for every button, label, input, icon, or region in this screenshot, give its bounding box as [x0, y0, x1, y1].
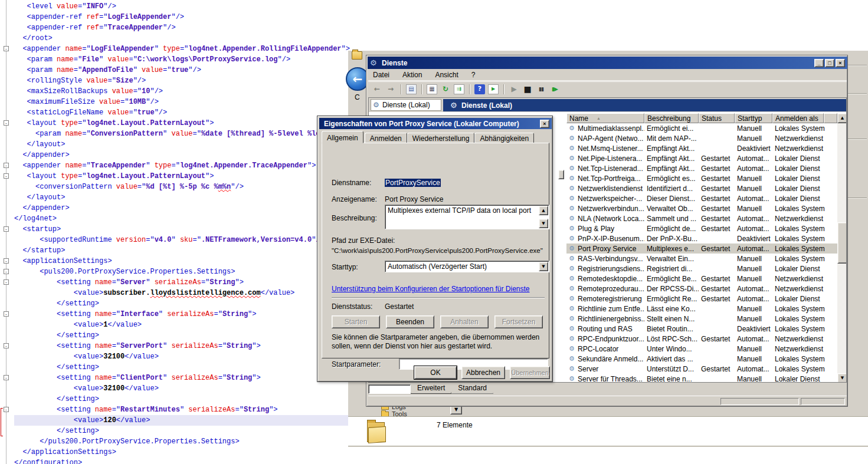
service-row[interactable]: ⚙Net.Pipe-Listenera...Empfängt Akt...Ges…: [566, 153, 837, 163]
scroll-down-icon[interactable]: ▼: [539, 219, 548, 228]
export-list-icon[interactable]: ⇉: [454, 84, 464, 94]
properties-icon[interactable]: ▦: [427, 84, 437, 94]
chevron-down-icon[interactable]: ▼: [539, 262, 548, 271]
service-row[interactable]: ⚙Remoteprozedurau...Der RPCSS-Di...Gesta…: [566, 284, 837, 294]
restart-service-icon[interactable]: ▮▶: [549, 84, 560, 94]
service-row[interactable]: ⚙Remotedesktopdie...Ermöglicht Be...Gest…: [566, 274, 837, 284]
menu-ansicht[interactable]: Ansicht: [435, 71, 458, 79]
tree-item-dienste-lokal[interactable]: ⚙ Dienste (Lokal): [371, 99, 441, 111]
column-header-starttyp[interactable]: Starttyp: [735, 113, 772, 123]
show-extended-view-icon[interactable]: ▶: [488, 84, 499, 94]
service-row[interactable]: ⚙Plug & PlayErmöglicht de...GestartetAut…: [566, 223, 837, 233]
close-icon[interactable]: ×: [540, 120, 549, 128]
hidden-panel-scroll[interactable]: [558, 170, 564, 179]
code-line[interactable]: <appender-ref ref="TraceAppender"/>: [14, 22, 431, 33]
service-gear-icon: ⚙: [569, 155, 576, 162]
dialog-tab-abhängigkeiten[interactable]: Abhängigkeiten: [474, 133, 534, 143]
startoptions-help-link[interactable]: Unterstützung beim Konfigurieren der Sta…: [332, 285, 530, 293]
service-row[interactable]: ⚙RAS-Verbindungsv...Verwaltet Ein...Manu…: [566, 254, 837, 264]
dialog-titlebar[interactable]: Eigenschaften von Port Proxy Service (Lo…: [319, 118, 552, 129]
fold-line: [6, 0, 6, 464]
service-row[interactable]: ⚙Port Proxy ServiceMultiplexes e...Gesta…: [566, 243, 837, 254]
fold-collapse-icon[interactable]: -: [4, 226, 9, 232]
service-row[interactable]: ⚙ServerUnterstützt D...GestartetAutomat.…: [566, 364, 837, 374]
fold-collapse-icon[interactable]: -: [4, 375, 9, 380]
view-tab-erweitert[interactable]: Erweitert: [411, 383, 451, 394]
service-row[interactable]: ⚙RPC-LocatorUnter Windo...ManuellNetzwer…: [566, 344, 837, 354]
start-service-icon[interactable]: ▶: [509, 84, 519, 94]
service-row[interactable]: ⚙Richtlinie zum Entfe...Lässt eine Ko...…: [566, 304, 837, 314]
services-icon: ⚙: [450, 102, 457, 109]
code-line[interactable]: <level value="INFO"/>: [14, 1, 431, 12]
scrollbar-thumb[interactable]: [837, 222, 847, 264]
fold-collapse-icon[interactable]: -: [4, 311, 9, 317]
fold-collapse-icon[interactable]: -: [4, 279, 9, 285]
refresh-icon[interactable]: ↻: [440, 84, 451, 94]
menu-aktion[interactable]: Aktion: [402, 71, 422, 79]
vertical-scrollbar[interactable]: ▲ ▼: [837, 113, 847, 383]
service-row[interactable]: ⚙Richtlinienergebniss...Stellt einen N..…: [566, 314, 837, 324]
service-row[interactable]: ⚙Registrierungsdiens...Registriert di...…: [566, 264, 837, 274]
service-row[interactable]: ⚙RPC-Endpunktzuor...Löst RPC-Sch...Gesta…: [566, 334, 837, 344]
show-console-tree-icon[interactable]: ▤: [406, 84, 417, 94]
fold-collapse-icon[interactable]: -: [4, 343, 9, 348]
folder-icon: [352, 51, 362, 60]
starttyp-value: Automatisch (Verzögerter Start): [388, 262, 487, 271]
service-row[interactable]: ⚙Multimediaklassenpl...Ermöglicht ei...M…: [566, 123, 837, 133]
service-row[interactable]: ⚙Netzwerkverbindun...Verwaltet Ob...Gest…: [566, 203, 837, 213]
service-row[interactable]: ⚙Net.Tcp-Portfreiga...Ermöglicht es...Ge…: [566, 173, 837, 183]
scroll-up-icon[interactable]: ▲: [837, 113, 847, 123]
service-row[interactable]: ⚙Net.Tcp-Listenerad...Empfängt Akt...Ges…: [566, 163, 837, 173]
fold-collapse-icon[interactable]: -: [4, 120, 9, 126]
service-row[interactable]: ⚙Net.Msmq-Listener...Empfängt Akt...Deak…: [566, 143, 837, 153]
menu-datei[interactable]: Datei: [373, 71, 389, 79]
dialog-tab-allgemein[interactable]: Allgemein: [322, 131, 363, 143]
code-line[interactable]: </applicationSettings>: [14, 447, 431, 458]
service-row[interactable]: ⚙NAP-Agent (Netwo...Mit dem NAP-...Manue…: [566, 133, 837, 143]
code-line[interactable]: </configuration>: [14, 458, 431, 464]
column-header-anmeldenals[interactable]: Anmelden als: [772, 113, 824, 123]
dialog-tab-wiederherstellung[interactable]: Wiederherstellung: [407, 133, 475, 143]
service-row[interactable]: ⚙Sekundäre Anmeld...Aktiviert das ...Man…: [566, 354, 837, 364]
column-header-name[interactable]: Name▲: [566, 113, 644, 123]
fold-collapse-icon[interactable]: -: [4, 46, 9, 51]
service-row[interactable]: ⚙Routing und RASBietet Routin...Deaktivi…: [566, 324, 837, 334]
code-line[interactable]: <appender-ref ref="LogFileAppender"/>: [14, 12, 431, 22]
beschreibung-field[interactable]: Multiplexes external TCP/IP data on loca…: [385, 205, 549, 229]
fold-collapse-icon[interactable]: -: [4, 173, 9, 179]
scroll-down-icon[interactable]: ▼: [837, 373, 847, 383]
cancel-button[interactable]: Abbrechen: [461, 366, 505, 379]
scroll-up-icon[interactable]: ▲: [539, 206, 548, 215]
close-button[interactable]: ×: [836, 59, 845, 67]
ok-button[interactable]: OK: [414, 366, 457, 379]
service-button-beenden[interactable]: Beenden: [386, 315, 434, 328]
pause-service-icon[interactable]: ▮▮: [536, 84, 546, 94]
dialog-tab-anmelden[interactable]: Anmelden: [365, 133, 407, 143]
service-row[interactable]: ⚙Server für Threads...Bietet eine n...Ma…: [566, 374, 837, 383]
fold-collapse-icon[interactable]: -: [4, 163, 9, 168]
service-row[interactable]: ⚙Netzwerkspeicher-...Dieser Dienst...Ges…: [566, 193, 837, 203]
fold-collapse-icon[interactable]: -: [4, 258, 9, 264]
stop-service-icon[interactable]: ■: [522, 84, 533, 94]
column-header-beschreibung[interactable]: Beschreibung: [644, 113, 699, 123]
starttyp-dropdown[interactable]: Automatisch (Verzögerter Start) ▼: [385, 261, 549, 272]
services-icon: ⚙: [370, 58, 379, 68]
maximize-button[interactable]: □: [825, 59, 834, 67]
back-icon[interactable]: ←: [372, 84, 382, 94]
view-filter-input[interactable]: [368, 384, 411, 394]
menu-help[interactable]: ?: [471, 71, 476, 79]
service-row[interactable]: ⚙NetzwerklistendienstIdentifiziert d...G…: [566, 183, 837, 193]
forward-icon[interactable]: →: [385, 84, 396, 94]
column-header-status[interactable]: Status: [699, 113, 735, 123]
service-row[interactable]: ⚙NLA (Network Loca...Sammelt und ...Gest…: [566, 213, 837, 223]
code-line[interactable]: </root>: [14, 33, 431, 44]
service-row[interactable]: ⚙RemoteregistrierungErmöglicht Re...Gest…: [566, 294, 837, 304]
help-icon[interactable]: ?: [474, 84, 485, 94]
fold-collapse-icon[interactable]: -: [4, 407, 9, 412]
fold-collapse-icon[interactable]: -: [4, 269, 9, 274]
service-row[interactable]: ⚙PnP-X-IP-Busenum...Der PnP-X-Bu...Deakt…: [566, 233, 837, 243]
services-titlebar[interactable]: ⚙ Dienste _ □ ×: [368, 57, 847, 69]
view-tabs-row: ErweitertStandard: [368, 383, 847, 396]
view-tab-standard[interactable]: Standard: [451, 383, 493, 394]
minimize-button[interactable]: _: [814, 59, 824, 67]
